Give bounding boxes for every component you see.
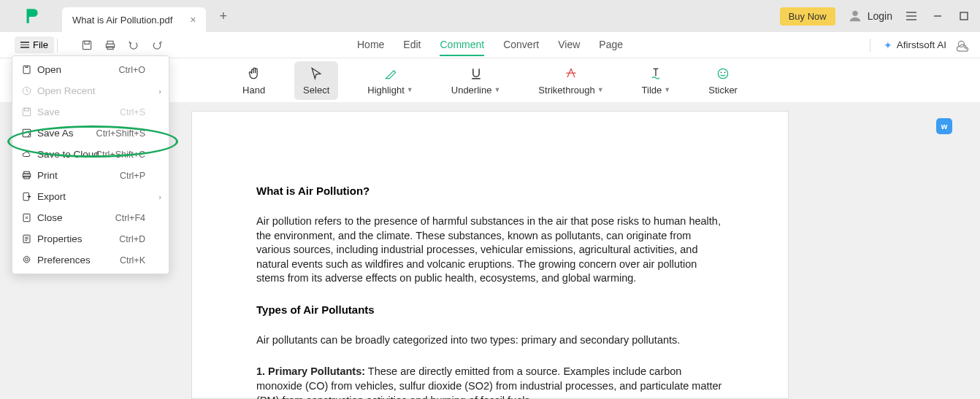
menu-print[interactable]: Print Ctrl+P [12, 165, 169, 186]
svg-point-35 [26, 258, 28, 261]
doc-paragraph-2: Air pollutants can be broadly categorize… [256, 333, 724, 348]
sparkle-icon: ✦ [884, 39, 892, 51]
menu-close-shortcut: Ctrl+F4 [115, 213, 145, 223]
svg-point-17 [724, 71, 726, 73]
tilde-icon [648, 66, 663, 82]
svg-rect-5 [960, 12, 968, 20]
save-icon[interactable] [75, 35, 99, 55]
menu-save-shortcut: Ctrl+S [120, 107, 145, 117]
ai-button[interactable]: ✦ Afirstsoft AI [884, 39, 946, 51]
tool-select[interactable]: Select [294, 61, 338, 100]
doc-p3-bold: 1. Primary Pollutants: [256, 365, 365, 377]
chevron-right-icon: › [158, 87, 161, 96]
menu-save-as-shortcut: Ctrl+Shift+S [96, 128, 145, 139]
nav-comment[interactable]: Comment [440, 39, 484, 56]
cloud-icon [21, 149, 37, 160]
properties-icon [21, 233, 37, 244]
divider [57, 39, 58, 52]
undo-icon[interactable] [122, 35, 145, 55]
menu-preferences-label: Preferences [37, 255, 91, 266]
menu-preferences-shortcut: Ctrl+K [120, 255, 145, 266]
nav-edit[interactable]: Edit [403, 39, 421, 52]
menu-properties-shortcut: Ctrl+D [119, 234, 145, 244]
close-file-icon [21, 212, 37, 223]
chevron-down-icon: ▼ [664, 86, 670, 93]
svg-rect-7 [85, 41, 89, 44]
cloud-icon[interactable] [955, 41, 970, 55]
svg-point-0 [852, 11, 857, 16]
avatar-icon [847, 8, 863, 24]
app-logo [0, 7, 62, 26]
new-tab-button[interactable]: + [219, 9, 227, 24]
menu-print-shortcut: Ctrl+P [120, 171, 145, 181]
svg-rect-6 [83, 41, 91, 49]
nav-home[interactable]: Home [357, 39, 384, 52]
menu-open-label: Open [37, 64, 61, 75]
menu-export[interactable]: Export › [12, 186, 169, 207]
login-button[interactable]: Login [847, 8, 892, 24]
nav-convert[interactable]: Convert [503, 39, 539, 52]
topbar: File Home Edit Comment Convert View Page… [0, 32, 980, 58]
nav-page[interactable]: Page [599, 39, 623, 52]
maximize-button[interactable] [957, 11, 971, 21]
document-tab[interactable]: What is Air Pollution.pdf × [62, 7, 206, 32]
badge-w: w [941, 122, 948, 131]
menu-save: Save Ctrl+S [12, 101, 169, 123]
menu-close-label: Close [37, 212, 63, 223]
save-icon [21, 106, 37, 117]
tool-select-label: Select [303, 85, 329, 96]
menu-preferences[interactable]: Preferences Ctrl+K [12, 249, 169, 271]
print-icon[interactable] [99, 35, 122, 55]
tool-hand[interactable]: Hand [234, 61, 274, 100]
ai-label: Afirstsoft AI [897, 39, 946, 50]
svg-rect-20 [23, 108, 31, 116]
file-label: File [33, 39, 48, 50]
menu-save-as[interactable]: Save As Ctrl+Shift+S [12, 123, 169, 144]
doc-heading-2: Types of Air Pollutants [256, 303, 724, 316]
hamburger-icon [20, 42, 29, 48]
svg-marker-34 [23, 256, 30, 263]
file-menu-button[interactable]: File [15, 36, 54, 53]
svg-rect-18 [23, 66, 30, 74]
file-dropdown-menu: Open Ctrl+O Open Recent › Save Ctrl+S Sa… [12, 55, 169, 274]
clock-icon [21, 85, 37, 96]
tool-tilde-label: Tilde [642, 85, 662, 96]
menu-save-cloud-label: Save to Cloud [37, 149, 99, 160]
print-icon [21, 170, 37, 181]
minimize-button[interactable] [930, 11, 945, 21]
tool-sticker-label: Sticker [708, 85, 738, 96]
nav-view[interactable]: View [558, 39, 580, 52]
menu-close[interactable]: Close Ctrl+F4 [12, 207, 169, 228]
menu-properties[interactable]: Properties Ctrl+D [12, 228, 169, 249]
buy-now-button[interactable]: Buy Now [780, 7, 835, 26]
cursor-icon [309, 66, 324, 82]
tool-hand-label: Hand [242, 85, 265, 96]
menu-save-label: Save [37, 106, 60, 117]
tool-sticker[interactable]: Sticker [700, 61, 746, 100]
tool-tilde[interactable]: Tilde▼ [633, 61, 680, 100]
hand-icon [247, 66, 261, 82]
doc-paragraph-3: 1. Primary Pollutants: These are directl… [256, 365, 724, 399]
nav-tabs: Home Edit Comment Convert View Page [357, 0, 623, 244]
login-label: Login [868, 10, 892, 22]
word-export-badge[interactable]: w [936, 118, 952, 134]
menu-open-recent[interactable]: Open Recent › [12, 80, 169, 101]
menu-export-label: Export [37, 191, 66, 202]
menu-open[interactable]: Open Ctrl+O [12, 59, 169, 80]
close-tab-icon[interactable]: × [190, 14, 196, 26]
open-icon [21, 64, 37, 75]
menu-save-cloud-shortcut: Ctrl+Shift+C [96, 150, 145, 160]
menu-properties-label: Properties [37, 233, 83, 244]
menu-open-shortcut: Ctrl+O [119, 65, 145, 75]
gear-icon [21, 255, 37, 266]
divider [870, 39, 870, 52]
menu-open-recent-label: Open Recent [37, 85, 96, 96]
menu-save-as-label: Save As [37, 128, 74, 139]
svg-point-16 [721, 71, 722, 73]
svg-point-15 [718, 69, 727, 78]
menu-icon[interactable] [904, 11, 919, 21]
svg-rect-21 [25, 108, 29, 111]
redo-icon[interactable] [145, 35, 169, 55]
menu-print-label: Print [37, 170, 58, 181]
menu-save-cloud[interactable]: Save to Cloud Ctrl+Shift+C [12, 144, 169, 165]
